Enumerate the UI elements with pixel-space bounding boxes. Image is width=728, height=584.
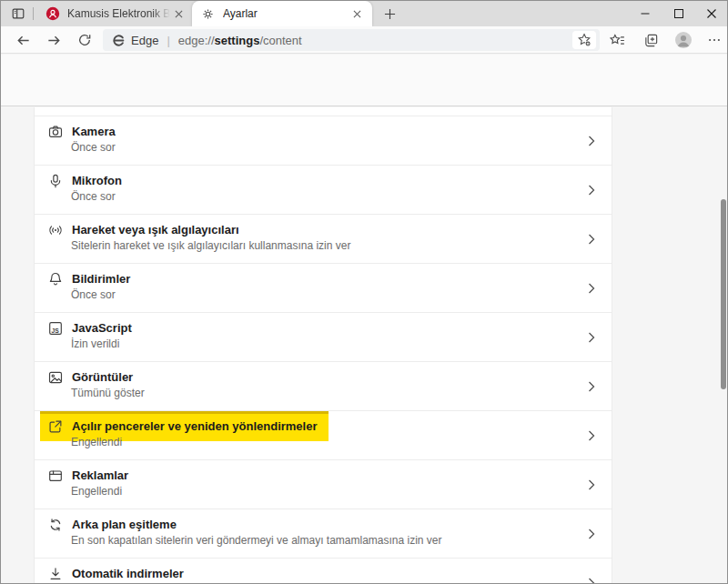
camera-icon	[47, 124, 64, 140]
chevron-right-icon	[586, 529, 597, 539]
refresh-icon	[77, 33, 92, 47]
settings-header: Ayarlar	[1, 55, 727, 106]
list-item[interactable]: JS JavaScript İzin verildi	[35, 313, 612, 362]
svg-text:JS: JS	[52, 327, 60, 333]
maximize-button[interactable]	[662, 1, 695, 26]
browser-window: Kamusis Elektronik Belge ve Arşi Ayarlar	[0, 0, 728, 584]
ads-icon	[47, 468, 64, 484]
url-separator: |	[167, 34, 169, 47]
row-title: JavaScript	[72, 321, 132, 335]
chevron-right-icon	[586, 185, 597, 196]
image-icon	[47, 369, 64, 386]
background-sync-icon	[47, 517, 64, 533]
row-highlight-area: Otomatik indirmeler	[40, 559, 195, 584]
tab-ayarlar[interactable]: Ayarlar	[192, 1, 372, 26]
row-title: Kamera	[72, 125, 116, 138]
list-item[interactable]: Açılır pencereler ve yeniden yönlendirme…	[35, 411, 612, 460]
minimize-button[interactable]	[629, 1, 662, 26]
minimize-icon	[640, 8, 651, 19]
plus-icon	[384, 8, 396, 20]
avatar-icon	[674, 31, 693, 49]
row-subtitle: Önce sor	[71, 190, 116, 203]
collections-button[interactable]	[638, 28, 663, 52]
engine-chip: Edge	[112, 34, 158, 47]
chevron-right-icon	[586, 430, 597, 441]
motion-sensors-icon	[47, 222, 64, 238]
row-subtitle: İzin verildi	[71, 337, 119, 350]
row-subtitle: Tümünü göster	[71, 387, 145, 399]
edge-logo-icon	[112, 34, 126, 47]
chevron-right-icon	[586, 578, 597, 584]
toolbar: Edge | edge://settings/content	[1, 26, 727, 54]
chevron-right-icon	[586, 283, 597, 294]
chevron-right-icon	[586, 234, 597, 245]
chevron-right-icon	[586, 136, 597, 146]
tab-close-button[interactable]	[170, 5, 187, 22]
scrollbar-thumb[interactable]	[721, 199, 726, 389]
row-title: Reklamlar	[72, 468, 128, 482]
gear-icon	[201, 6, 216, 21]
back-arrow-icon	[15, 33, 31, 48]
refresh-button[interactable]	[72, 28, 97, 52]
back-button[interactable]	[10, 28, 35, 52]
new-tab-button[interactable]	[379, 5, 399, 23]
list-item[interactable]: Bildirimler Önce sor	[35, 264, 612, 313]
more-menu-button[interactable]	[702, 28, 727, 52]
tab-title: Kamusis Elektronik Belge ve Arşi	[67, 7, 170, 20]
close-button[interactable]	[695, 1, 728, 26]
row-title: Bildirimler	[72, 272, 130, 286]
row-subtitle: Sitelerin hareket ve ışık algılayıcıları…	[71, 239, 350, 252]
bell-icon	[47, 271, 64, 287]
close-icon	[706, 8, 717, 19]
forward-arrow-icon	[46, 33, 62, 48]
tab-title: Ayarlar	[223, 7, 349, 20]
list-item[interactable]: Otomatik indirmeler Bir site otomatik ol…	[35, 559, 612, 584]
row-subtitle: Önce sor	[71, 288, 116, 301]
tab-strip-separator	[33, 7, 34, 20]
favorite-this-page-button[interactable]	[572, 31, 596, 49]
row-title: Otomatik indirmeler	[72, 567, 184, 580]
download-icon	[47, 566, 64, 582]
row-subtitle: Engellendi	[71, 485, 122, 498]
list-item[interactable]: Görüntüler Tümünü göster	[35, 362, 612, 411]
chevron-right-icon	[586, 332, 597, 343]
settings-list: Kamera Önce sor Mikrofon Önce sor Hareke…	[35, 116, 612, 584]
favorites-button[interactable]	[604, 28, 630, 52]
list-item[interactable]: Arka plan eşitleme En son kapatılan site…	[35, 509, 612, 559]
javascript-icon: JS	[47, 320, 64, 337]
clipped-row-remnant	[35, 107, 612, 116]
list-item[interactable]: Reklamlar Engellendi	[35, 460, 612, 509]
row-subtitle: En son kapatılan sitelerin veri gönderme…	[71, 534, 442, 547]
row-title: Mikrofon	[72, 174, 122, 187]
chevron-right-icon	[586, 381, 597, 392]
row-title: Arka plan eşitleme	[72, 518, 177, 531]
row-title: Görüntüler	[72, 370, 133, 384]
row-subtitle: Önce sor	[71, 141, 116, 154]
row-title: Hareket veya ışık algılayıcıları	[72, 223, 239, 237]
row-subtitle: Engellendi	[71, 436, 122, 448]
ellipsis-icon	[707, 33, 722, 47]
row-title: Açılır pencereler ve yeniden yönlendirme…	[72, 419, 318, 433]
tab-close-button[interactable]	[349, 5, 365, 22]
tab-strip: Kamusis Elektronik Belge ve Arşi Ayarlar	[1, 1, 727, 26]
list-item[interactable]: Kamera Önce sor	[35, 116, 612, 166]
kamusis-favicon-icon	[46, 6, 60, 21]
vertical-tabs-icon	[11, 6, 25, 21]
tab-kamusis[interactable]: Kamusis Elektronik Belge ve Arşi	[37, 1, 192, 26]
chevron-right-icon	[586, 479, 597, 490]
vertical-tabs-button[interactable]	[6, 4, 30, 24]
list-item[interactable]: Hareket veya ışık algılayıcıları Siteler…	[35, 215, 612, 264]
microphone-icon	[47, 173, 64, 189]
favorites-star-icon	[610, 33, 625, 48]
address-bar[interactable]: Edge | edge://settings/content	[103, 29, 600, 51]
maximize-icon	[673, 8, 684, 19]
url-text: edge://settings/content	[178, 34, 572, 47]
engine-label: Edge	[131, 34, 158, 47]
profile-avatar[interactable]	[671, 28, 696, 52]
forward-button[interactable]	[41, 28, 66, 52]
collections-icon	[643, 33, 659, 48]
settings-content: Kamera Önce sor Mikrofon Önce sor Hareke…	[1, 106, 727, 584]
popup-redirect-icon	[47, 418, 64, 435]
settings-card: Kamera Önce sor Mikrofon Önce sor Hareke…	[34, 107, 612, 584]
list-item[interactable]: Mikrofon Önce sor	[35, 166, 612, 215]
